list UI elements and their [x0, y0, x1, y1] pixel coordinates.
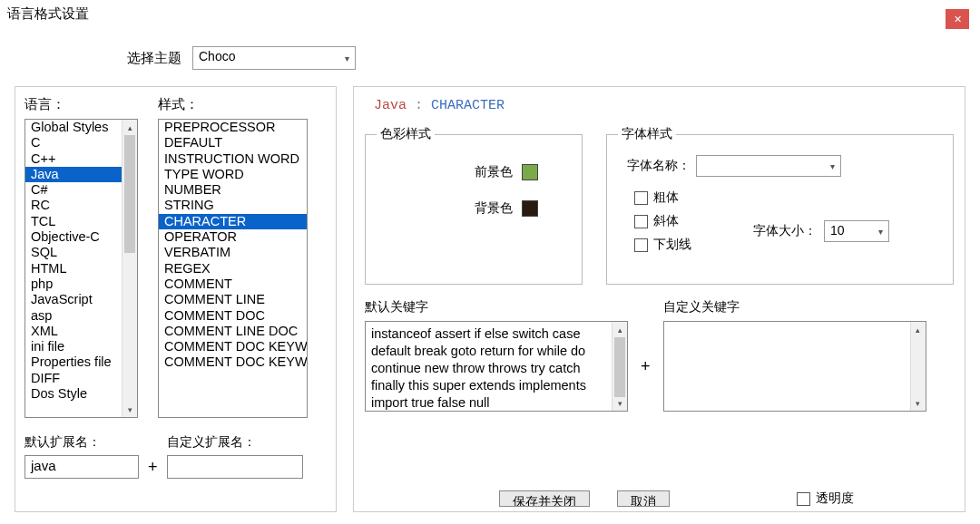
- chevron-down-icon: ▾: [830, 161, 835, 171]
- default-keywords-label: 默认关键字: [365, 299, 628, 315]
- font-style-legend: 字体样式: [618, 126, 676, 142]
- style-header: Java : CHARACTER: [374, 98, 954, 113]
- font-name-select[interactable]: ▾: [696, 155, 841, 177]
- language-item[interactable]: ini file: [25, 339, 122, 354]
- language-item[interactable]: C++: [25, 151, 122, 167]
- font-name-label: 字体名称：: [627, 158, 691, 174]
- default-keywords-textarea[interactable]: instanceof assert if else switch case de…: [365, 321, 628, 412]
- scroll-up-icon[interactable]: ▴: [612, 322, 627, 337]
- theme-select[interactable]: Choco ▾: [192, 46, 356, 70]
- style-list-label: 样式：: [158, 96, 308, 113]
- theme-value: Choco: [199, 49, 235, 63]
- window-title: 语言格式设置: [0, 0, 980, 26]
- left-panel: 语言： Global StylesCC++JavaC#RCTCLObjectiv…: [15, 86, 337, 512]
- language-item[interactable]: JavaScript: [25, 292, 122, 307]
- language-item[interactable]: HTML: [25, 261, 122, 277]
- underline-label: 下划线: [653, 237, 691, 253]
- plus-separator: +: [148, 458, 158, 479]
- close-button[interactable]: ✕: [946, 9, 969, 29]
- italic-label: 斜体: [653, 213, 679, 229]
- language-list-label: 语言：: [24, 96, 138, 113]
- language-item[interactable]: asp: [25, 308, 122, 324]
- style-item[interactable]: COMMENT LINE DOC: [159, 324, 307, 339]
- font-size-select[interactable]: 10 ▾: [824, 220, 889, 242]
- chevron-down-icon: ▾: [345, 53, 349, 63]
- style-item[interactable]: COMMENT LINE: [159, 292, 307, 307]
- background-swatch[interactable]: [522, 200, 538, 217]
- language-item[interactable]: DIFF: [25, 371, 122, 386]
- language-item[interactable]: RC: [25, 198, 122, 213]
- language-item[interactable]: Objective-C: [25, 229, 122, 245]
- language-item[interactable]: Global Styles: [25, 120, 122, 135]
- background-label: 背景色: [475, 200, 513, 217]
- language-listbox[interactable]: Global StylesCC++JavaC#RCTCLObjective-CS…: [24, 119, 138, 418]
- default-ext-input[interactable]: java: [24, 455, 139, 479]
- style-item[interactable]: COMMENT: [159, 277, 307, 292]
- scroll-down-icon[interactable]: ▾: [612, 395, 627, 411]
- foreground-swatch[interactable]: [522, 164, 538, 180]
- language-item[interactable]: SQL: [25, 245, 122, 260]
- scroll-up-icon[interactable]: ▴: [911, 322, 926, 337]
- cancel-button[interactable]: 取消: [617, 490, 670, 507]
- scroll-down-icon[interactable]: ▾: [911, 395, 926, 411]
- bold-label: 粗体: [653, 189, 679, 206]
- close-icon: ✕: [954, 14, 962, 25]
- language-item[interactable]: Dos Style: [25, 386, 122, 402]
- default-keywords-value: instanceof assert if else switch case de…: [366, 322, 612, 411]
- italic-checkbox[interactable]: [634, 215, 648, 228]
- scroll-thumb[interactable]: [124, 135, 135, 253]
- bold-checkbox[interactable]: [634, 191, 648, 205]
- default-keywords-scrollbar[interactable]: ▴ ▾: [612, 322, 627, 411]
- theme-label: 选择主题: [127, 50, 181, 67]
- language-item[interactable]: php: [25, 277, 122, 292]
- style-item[interactable]: REGEX: [159, 261, 307, 277]
- default-ext-value: java: [31, 458, 56, 473]
- custom-keywords-value: [664, 322, 910, 411]
- style-item[interactable]: DEFAULT: [159, 135, 307, 150]
- style-listbox[interactable]: PREPROCESSORDEFAULTINSTRUCTION WORDTYPE …: [158, 119, 308, 418]
- style-item[interactable]: OPERATOR: [159, 229, 307, 245]
- header-separator: :: [407, 98, 431, 113]
- language-item[interactable]: TCL: [25, 214, 122, 229]
- custom-keywords-scrollbar[interactable]: ▴ ▾: [910, 322, 926, 411]
- scroll-up-icon[interactable]: ▴: [122, 120, 137, 135]
- header-language: Java: [374, 98, 407, 113]
- plus-separator: +: [641, 357, 651, 376]
- header-style: CHARACTER: [431, 98, 505, 113]
- font-size-label: 字体大小：: [753, 223, 817, 239]
- scroll-down-icon[interactable]: ▾: [122, 402, 137, 417]
- style-item[interactable]: CHARACTER: [159, 214, 307, 229]
- font-style-fieldset: 字体样式 字体名称： ▾ 粗体: [606, 126, 954, 285]
- chevron-down-icon: ▾: [878, 227, 883, 237]
- language-item[interactable]: XML: [25, 324, 122, 339]
- style-item[interactable]: COMMENT DOC: [159, 308, 307, 324]
- default-ext-label: 默认扩展名：: [24, 434, 139, 451]
- language-scrollbar[interactable]: ▴ ▾: [122, 120, 137, 417]
- custom-ext-label: 自定义扩展名：: [167, 434, 303, 451]
- underline-checkbox[interactable]: [634, 238, 648, 252]
- style-item[interactable]: INSTRUCTION WORD: [159, 151, 307, 167]
- language-item[interactable]: Properties file: [25, 354, 122, 370]
- custom-ext-input[interactable]: [167, 455, 303, 479]
- font-size-value: 10: [830, 223, 845, 238]
- color-style-legend: 色彩样式: [377, 126, 435, 142]
- language-item[interactable]: Java: [25, 167, 122, 182]
- style-item[interactable]: PREPROCESSOR: [159, 120, 307, 135]
- style-item[interactable]: NUMBER: [159, 182, 307, 198]
- style-item[interactable]: VERBATIM: [159, 245, 307, 260]
- custom-keywords-label: 自定义关键字: [663, 299, 926, 315]
- theme-row: 选择主题 Choco ▾: [127, 46, 980, 70]
- color-style-fieldset: 色彩样式 前景色 背景色: [365, 126, 583, 285]
- style-item[interactable]: COMMENT DOC KEYWORD ERROR: [159, 354, 307, 370]
- style-item[interactable]: TYPE WORD: [159, 167, 307, 182]
- foreground-label: 前景色: [475, 164, 513, 180]
- save-close-button[interactable]: 保存并关闭: [499, 490, 590, 507]
- right-panel: Java : CHARACTER 色彩样式 前景色 背景色 字体样式 字体名称：: [353, 86, 965, 512]
- language-item[interactable]: C#: [25, 182, 122, 198]
- style-item[interactable]: COMMENT DOC KEYWORD: [159, 339, 307, 354]
- custom-keywords-textarea[interactable]: ▴ ▾: [663, 321, 926, 412]
- scroll-thumb[interactable]: [614, 337, 625, 397]
- transparency-checkbox[interactable]: [797, 492, 810, 506]
- style-item[interactable]: STRING: [159, 198, 307, 213]
- language-item[interactable]: C: [25, 135, 122, 150]
